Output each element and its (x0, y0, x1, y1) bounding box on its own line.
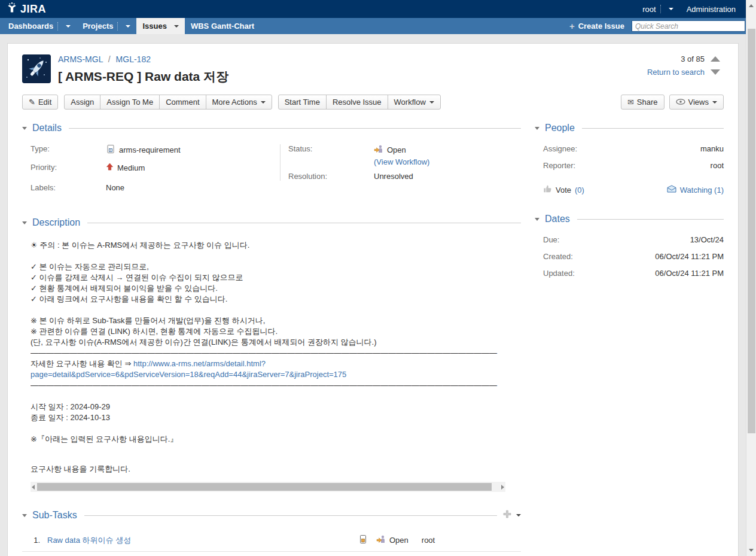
nav-issues[interactable]: Issues (136, 18, 184, 34)
collapse-icon (535, 218, 539, 221)
scroll-left-icon[interactable] (32, 485, 35, 490)
watching-button[interactable]: Watching (1) (667, 185, 724, 195)
description-section-header[interactable]: Description (22, 217, 521, 228)
subtask-status: Open (389, 536, 409, 545)
status-value: Open (387, 145, 406, 154)
start-time-button[interactable]: Start Time (278, 95, 327, 110)
user-menu[interactable]: root (642, 5, 673, 14)
collapse-icon (535, 127, 539, 130)
due-date-value: 13/Oct/24 (690, 235, 724, 244)
chevron-down-icon (126, 25, 130, 28)
assign-button[interactable]: Assign (64, 95, 100, 110)
updated-date-value: 06/Oct/24 11:21 PM (655, 269, 724, 278)
nav-dashboards[interactable]: Dashboards (2, 18, 77, 34)
jira-logo[interactable]: JIRA (6, 2, 46, 17)
subtask-assignee: root (422, 536, 435, 545)
status-open-icon (374, 144, 383, 156)
envelope-icon: ✉ (627, 98, 634, 107)
create-issue-button[interactable]: + Create Issue (569, 21, 624, 31)
requirement-url-link[interactable]: http://www.a-rms.net/arms/detail.html? (133, 359, 266, 368)
description-horizontal-scrollbar[interactable] (31, 482, 505, 492)
pager-count: 3 of 85 (681, 54, 705, 63)
top-bar: JIRA root Administration (0, 0, 756, 18)
eye-icon (676, 98, 685, 107)
requirement-url-link[interactable]: page=detail&pdService=6&pdServiceVersion… (31, 370, 346, 379)
reporter-value: root (711, 161, 724, 170)
previous-issue-icon[interactable] (711, 56, 720, 62)
chevron-down-icon (669, 8, 673, 10)
page-vertical-scrollbar[interactable] (746, 0, 756, 556)
details-section: Details Type: I arms-requirement (22, 123, 521, 202)
vote-button[interactable]: Vote (0) (543, 184, 584, 195)
created-date-value: 06/Oct/24 11:21 PM (655, 252, 724, 261)
dates-section-header[interactable]: Dates (535, 214, 724, 224)
resolution-value: Unresolved (374, 172, 413, 181)
divider (660, 5, 661, 13)
svg-text:I: I (110, 149, 111, 152)
scroll-down-icon[interactable] (749, 549, 754, 552)
divider (87, 223, 521, 223)
share-button[interactable]: ✉ Share (621, 95, 664, 110)
divider (57, 22, 58, 31)
subtasks-section: Sub-Tasks 1. Raw data 하위이슈 생성 Open (22, 510, 521, 556)
status-open-icon (376, 534, 386, 546)
quick-search-input[interactable] (632, 20, 745, 32)
people-section-header[interactable]: People (535, 123, 724, 133)
collapse-icon (22, 221, 27, 224)
watching-icon (667, 185, 676, 195)
nav-wbs-gantt-chart[interactable]: WBS Gantt-Chart (185, 18, 260, 34)
scroll-up-icon[interactable] (749, 4, 754, 7)
issue-toolbar: ✎ Edit Assign Assign To Me Comment More … (22, 95, 724, 110)
description-section: Description ☀ 주의 : 본 이슈는 A-RMS에서 제공하는 요구… (22, 217, 521, 492)
breadcrumb-project-link[interactable]: ARMS-MGL (58, 54, 103, 64)
breadcrumb: ARMS-MGL / MGL-182 (58, 54, 724, 64)
divider (84, 515, 497, 516)
scroll-right-icon[interactable] (501, 485, 504, 490)
view-workflow-link[interactable]: (View Workflow) (374, 157, 429, 166)
divider (582, 128, 724, 129)
breadcrumb-issue-link[interactable]: MGL-182 (116, 54, 151, 64)
labels-value: None (106, 183, 124, 192)
subtasks-section-header[interactable]: Sub-Tasks (22, 510, 521, 521)
divider (69, 128, 521, 129)
subtask-link[interactable]: Raw data 하위이슈 생성 (47, 536, 131, 545)
details-section-header[interactable]: Details (22, 123, 521, 133)
scrollbar-thumb[interactable] (37, 483, 492, 491)
collapse-icon (22, 127, 27, 130)
priority-medium-icon (106, 163, 114, 172)
workflow-button[interactable]: Workflow (388, 95, 441, 110)
nav-projects[interactable]: Projects (77, 18, 136, 34)
page-title: [ ARMS-REQ ] Raw data 저장 (58, 68, 724, 85)
plus-icon: + (569, 21, 575, 31)
user-name: root (642, 5, 656, 14)
project-avatar[interactable] (22, 54, 51, 83)
next-issue-icon[interactable] (711, 69, 720, 75)
issue-panel: ARMS-MGL / MGL-182 [ ARMS-REQ ] Raw data… (7, 43, 739, 556)
subtask-type-icon (358, 534, 368, 546)
chevron-down-icon (66, 25, 71, 28)
priority-value: Medium (117, 163, 145, 172)
more-actions-button[interactable]: More Actions (206, 95, 272, 110)
assign-to-me-button[interactable]: Assign To Me (100, 95, 160, 110)
assignee-value: manku (700, 144, 724, 153)
chevron-down-icon (712, 101, 717, 104)
administration-link[interactable]: Administration (687, 5, 736, 14)
pencil-icon: ✎ (29, 98, 35, 107)
subtask-row: 1. Raw data 하위이슈 생성 Open root (22, 529, 521, 552)
subtasks-options-icon[interactable] (516, 514, 521, 516)
resolve-issue-button[interactable]: Resolve Issue (326, 95, 388, 110)
subtask-row: 2. Raw data 하위이슈 생성2 Open root (22, 552, 521, 556)
edit-button[interactable]: ✎ Edit (22, 95, 58, 110)
collapse-icon (22, 514, 27, 517)
chevron-down-icon (261, 101, 266, 104)
add-subtask-icon[interactable] (503, 510, 511, 521)
return-to-search-link[interactable]: Return to search (647, 68, 705, 77)
thumbs-up-icon (543, 184, 552, 195)
views-button[interactable]: Views (669, 95, 724, 110)
scrollbar-thumb[interactable] (748, 29, 755, 433)
comment-button[interactable]: Comment (159, 95, 206, 110)
chevron-down-icon (174, 25, 179, 28)
chevron-down-icon (429, 101, 434, 104)
divider (117, 22, 118, 31)
main-nav: Dashboards Projects Issues WBS Gantt-Cha… (0, 18, 756, 34)
